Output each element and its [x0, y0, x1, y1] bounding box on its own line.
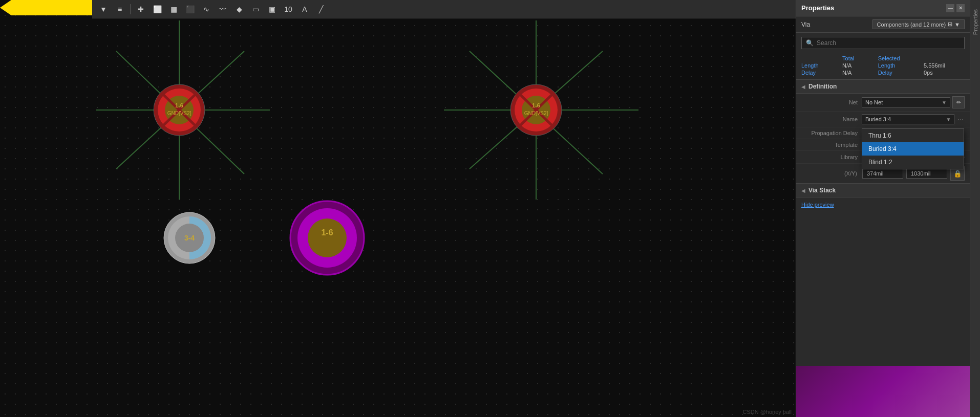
via-label: Via	[801, 21, 810, 28]
toolbar-btn-grid[interactable]: ▦	[166, 2, 181, 16]
delay-key: Delay	[801, 70, 838, 76]
svg-text:GND[VS2]: GND[VS2]	[167, 111, 191, 116]
canvas-svg: 1-6 GND[VS2] 1-6 GND[VS2] 3-4 1-6	[0, 0, 796, 417]
toolbar: ▼ ≡ ✚ ⬜ ▦ ⬛ ∿ 〰 ◆ ▭ ▣ 10 A ╱	[92, 0, 796, 18]
net-dropdown[interactable]: No Net ▼	[862, 97, 950, 107]
toolbar-btn-fill[interactable]: ⬛	[183, 2, 197, 16]
name-control: Buried 3:4 ▼ ··· Thru 1:6 Buried 3:4 Bli…	[862, 114, 965, 124]
toolbar-btn-route[interactable]: 〰	[216, 2, 230, 16]
template-label: Template	[801, 142, 858, 148]
watermark: CSDN @honey ball	[742, 409, 792, 415]
svg-text:GND[VS2]: GND[VS2]	[524, 111, 548, 116]
panel-header: Properties — ✕	[796, 0, 970, 16]
toolbar-btn-list[interactable]: ≡	[113, 2, 127, 16]
svg-text:3-4: 3-4	[184, 234, 195, 242]
x-coord-input[interactable]	[862, 168, 903, 179]
right-vertical-tab: Properties	[970, 0, 980, 417]
search-box[interactable]: 🔍	[801, 37, 965, 49]
search-input[interactable]	[817, 39, 960, 47]
total-label: Total	[842, 55, 874, 61]
length-key: Length	[801, 62, 838, 69]
toolbar-btn-add[interactable]: ✚	[134, 2, 148, 16]
via-stack-arrow-icon: ◀	[801, 188, 805, 193]
chevron-down-icon: ▼	[954, 21, 960, 28]
length-total: N/A	[842, 62, 874, 69]
name-dropdown-menu: Thru 1:6 Buried 3:4 Blind 1:2	[862, 128, 964, 169]
length-selected-val: 5.556mil	[924, 62, 965, 69]
svg-point-28	[308, 218, 347, 257]
filter-icon: ⊞	[948, 21, 952, 28]
properties-panel: Properties — ✕ Via Components (and 12 mo…	[796, 0, 970, 417]
delay-selected-key: Delay	[878, 70, 920, 76]
toolbar-btn-10[interactable]: 10	[281, 2, 295, 16]
components-label: Components (and 12 more)	[877, 21, 946, 28]
name-row: Name Buried 3:4 ▼ ··· Thru 1:6 Buried 3:…	[796, 112, 970, 127]
hide-preview-link[interactable]: Hide preview	[796, 197, 970, 212]
name-label: Name	[801, 116, 858, 122]
via-stack-section-header[interactable]: ◀ Via Stack	[796, 183, 970, 197]
name-dropdown[interactable]: Buried 3:4 ▼	[862, 114, 954, 124]
coords-label: (X/Y)	[844, 170, 857, 177]
net-control: No Net ▼ ✏	[862, 96, 965, 108]
delay-selected-val: 0ps	[924, 70, 965, 76]
toolbar-separator	[130, 4, 131, 14]
toolbar-btn-select[interactable]: ⬜	[150, 2, 164, 16]
name-dropdown-arrow: ▼	[946, 117, 951, 122]
panel-header-buttons: — ✕	[946, 4, 965, 12]
dropdown-item-blind[interactable]: Blind 1:2	[862, 156, 964, 169]
net-edit-btn[interactable]: ✏	[952, 96, 965, 108]
definition-section-header[interactable]: ◀ Definition	[796, 79, 970, 94]
stats-grid: Total Selected Length N/A Length 5.556mi…	[796, 53, 970, 79]
library-label: Library	[801, 154, 858, 160]
net-row: Net No Net ▼ ✏	[796, 94, 970, 112]
y-coord-input[interactable]	[906, 168, 947, 179]
net-value: No Net	[865, 99, 883, 105]
selected-label: Selected	[878, 55, 920, 61]
toolbar-btn-text[interactable]: A	[297, 2, 312, 16]
toolbar-btn-wave[interactable]: ∿	[199, 2, 214, 16]
panel-title: Properties	[801, 4, 834, 12]
svg-text:1-6: 1-6	[532, 102, 540, 108]
svg-text:1-6: 1-6	[321, 228, 333, 237]
toolbar-btn-pad[interactable]: ▣	[265, 2, 279, 16]
toolbar-btn-via[interactable]: ◆	[232, 2, 246, 16]
propagation-delay-label: Propagation Delay	[801, 130, 858, 136]
canvas-area[interactable]: ▼ ≡ ✚ ⬜ ▦ ⬛ ∿ 〰 ◆ ▭ ▣ 10 A ╱ 1-6 GND[VS2…	[0, 0, 796, 417]
net-label: Net	[801, 99, 858, 105]
via-stack-preview	[796, 366, 970, 417]
svg-text:1-6: 1-6	[175, 102, 183, 108]
via-stack-content: Hide preview	[796, 197, 970, 417]
via-components-row: Via Components (and 12 more) ⊞ ▼	[796, 16, 970, 33]
toolbar-btn-rect[interactable]: ▭	[248, 2, 263, 16]
components-dropdown-btn[interactable]: Components (and 12 more) ⊞ ▼	[872, 19, 965, 29]
toolbar-btn-line[interactable]: ╱	[314, 2, 328, 16]
panel-close-btn[interactable]: ✕	[956, 4, 965, 12]
dropdown-item-buried[interactable]: Buried 3:4	[862, 142, 964, 156]
toolbar-btn-filter[interactable]: ▼	[96, 2, 111, 16]
definition-arrow-icon: ◀	[801, 84, 805, 90]
dropdown-item-thru[interactable]: Thru 1:6	[862, 129, 964, 142]
name-dots-btn[interactable]: ···	[956, 115, 965, 123]
definition-title: Definition	[808, 83, 837, 90]
via-stack-title: Via Stack	[808, 187, 836, 194]
length-selected-key: Length	[878, 62, 920, 69]
properties-tab-label[interactable]: Properties	[971, 5, 979, 39]
panel-minimize-btn[interactable]: —	[946, 4, 954, 12]
name-value: Buried 3:4	[865, 116, 891, 122]
search-icon: 🔍	[806, 39, 814, 47]
delay-total: N/A	[842, 70, 874, 76]
net-dropdown-arrow: ▼	[942, 100, 947, 105]
